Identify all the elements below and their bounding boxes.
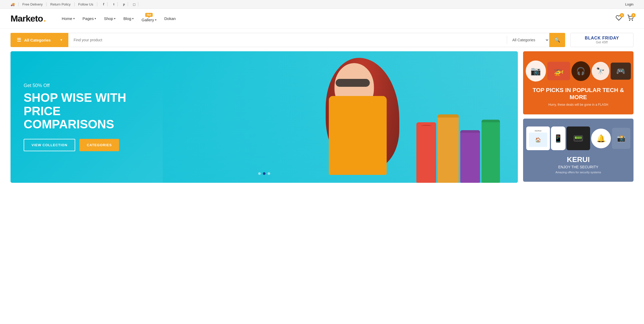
security-banner-title: ENJOY THE SECURITY	[531, 165, 626, 169]
hero-title: SHOP WISE WITH PRICE COMPARISONS	[24, 91, 129, 131]
tech-products: 📷 🚁 🎧 🔭 🎮	[523, 54, 633, 88]
kerui-panel: KERUI 🏠	[526, 126, 550, 150]
search-button[interactable]: 🔍	[549, 33, 565, 47]
tech-banner-title: TOP PICKS IN POPULAR TECH & MORE	[531, 87, 626, 101]
security-products: KERUI 🏠 📱 📟 🔔 📸	[523, 121, 633, 155]
logo[interactable]: Marketo .	[11, 13, 46, 24]
nav-gallery[interactable]: Hot Gallery ▾	[141, 18, 156, 22]
follow-us-section: Follow Us 𝐟 𝐭 𝐩 ◻	[75, 2, 142, 6]
security-banner-sub: Amazing offers for security systems	[531, 171, 626, 174]
cart-button[interactable]: 0	[627, 15, 633, 23]
slider-dots	[258, 172, 270, 175]
nav-home[interactable]: Home ▾	[62, 16, 75, 21]
main-content: Get 50% Off SHOP WISE WITH PRICE COMPARI…	[0, 51, 644, 183]
slider-dot-1[interactable]	[258, 172, 261, 175]
categories-button[interactable]: CATEGORIES	[79, 139, 119, 151]
wishlist-count: 0	[620, 13, 624, 17]
tech-banner-sub: Hurry, these deals will be gone in a FLA…	[531, 103, 626, 107]
black-friday-banner[interactable]: BLACK FRIDAY Get 45ff!	[570, 33, 633, 47]
gamepad-product: 🎮	[611, 63, 631, 80]
wishlist-button[interactable]: 0	[616, 15, 622, 23]
free-delivery-label: Free Delivery	[19, 2, 47, 6]
chevron-down-icon: ▾	[114, 17, 115, 20]
logo-dot: .	[43, 13, 46, 24]
nav-dokan[interactable]: Dokan	[164, 16, 176, 21]
alarm-product: 📟	[566, 126, 590, 150]
instagram-icon[interactable]: ◻	[131, 2, 138, 6]
hero-discount-text: Get 50% Off	[24, 83, 129, 88]
header: Marketo . Home ▾ Pages ▾ Shop ▾ Blog ▾ H…	[0, 9, 644, 29]
hot-badge: Hot	[145, 13, 153, 17]
chevron-down-icon: ▾	[73, 17, 75, 20]
main-nav: Home ▾ Pages ▾ Shop ▾ Blog ▾ Hot Gallery…	[62, 15, 176, 22]
sensor-product: 🔔	[591, 129, 611, 148]
slider-dot-2[interactable]	[263, 172, 265, 175]
return-policy-label: Return Policy	[47, 2, 74, 6]
nav-pages[interactable]: Pages ▾	[83, 16, 96, 21]
all-categories-button[interactable]: ☰ All Categories ▾	[11, 33, 68, 47]
drone-product: 🚁	[547, 62, 570, 80]
free-delivery-icon: 🚚	[11, 2, 19, 6]
chevron-down-icon: ▾	[155, 18, 156, 21]
follow-us-label: Follow Us	[78, 2, 97, 6]
logo-and-nav: Marketo . Home ▾ Pages ▾ Shop ▾ Blog ▾ H…	[11, 13, 176, 24]
hero-buttons: VIEW COLLECTION CATEGORIES	[24, 139, 129, 151]
top-bar: 🚚 Free Delivery Return Policy Follow Us …	[0, 0, 644, 9]
search-icon: 🔍	[554, 37, 560, 43]
black-friday-sub: Get 45ff!	[596, 40, 608, 44]
nav-shop[interactable]: Shop ▾	[104, 16, 115, 21]
svg-point-0	[629, 20, 630, 21]
outdoor-cam: 📸	[612, 128, 630, 149]
hero-content: Get 50% Off SHOP WISE WITH PRICE COMPARI…	[24, 83, 129, 151]
search-input[interactable]	[68, 33, 507, 47]
chevron-down-icon: ▾	[95, 17, 96, 20]
facebook-icon[interactable]: 𝐟	[100, 2, 108, 6]
login-button[interactable]: Login	[625, 2, 633, 6]
category-select[interactable]: All Categories Electronics Fashion Home …	[507, 33, 549, 47]
search-input-wrapper: All Categories Electronics Fashion Home …	[68, 33, 549, 47]
search-section: ☰ All Categories ▾ All Categories Electr…	[0, 29, 644, 51]
top-bar-left: 🚚 Free Delivery Return Policy Follow Us …	[11, 2, 142, 6]
logo-text: Marketo	[11, 13, 43, 24]
phone-product: 📱	[551, 126, 565, 150]
headphones-product: 🎧	[571, 61, 590, 81]
dropdown-chevron-icon: ▾	[60, 38, 62, 42]
slider-dot-3[interactable]	[268, 172, 270, 175]
svg-point-1	[632, 20, 633, 21]
twitter-icon[interactable]: 𝐭	[110, 2, 118, 6]
security-cam-product: 🔭	[592, 62, 609, 80]
security-brand: KERUI	[531, 155, 626, 164]
pinterest-icon[interactable]: 𝐩	[120, 2, 128, 6]
black-friday-title: BLACK FRIDAY	[585, 36, 619, 40]
hamburger-icon: ☰	[17, 37, 21, 43]
security-banner[interactable]: KERUI 🏠 📱 📟 🔔 📸 KERUI ENJOY THE SECURITY…	[523, 119, 633, 182]
view-collection-button[interactable]: VIEW COLLECTION	[24, 139, 75, 151]
chevron-down-icon: ▾	[132, 17, 134, 20]
all-categories-label: All Categories	[24, 38, 51, 42]
hero-woman-figure	[163, 51, 518, 183]
cart-count: 0	[631, 13, 636, 17]
tech-banner[interactable]: 📷 🚁 🎧 🔭 🎮 TOP PICKS IN POPULAR TECH & MO…	[523, 51, 633, 114]
right-banners: 📷 🚁 🎧 🔭 🎮 TOP PICKS IN POPULAR TECH & MO…	[523, 51, 633, 183]
camera-product: 📷	[526, 60, 546, 82]
header-icons: 0 0	[616, 15, 633, 23]
nav-blog[interactable]: Blog ▾	[123, 16, 134, 21]
hero-banner: Get 50% Off SHOP WISE WITH PRICE COMPARI…	[11, 51, 518, 183]
